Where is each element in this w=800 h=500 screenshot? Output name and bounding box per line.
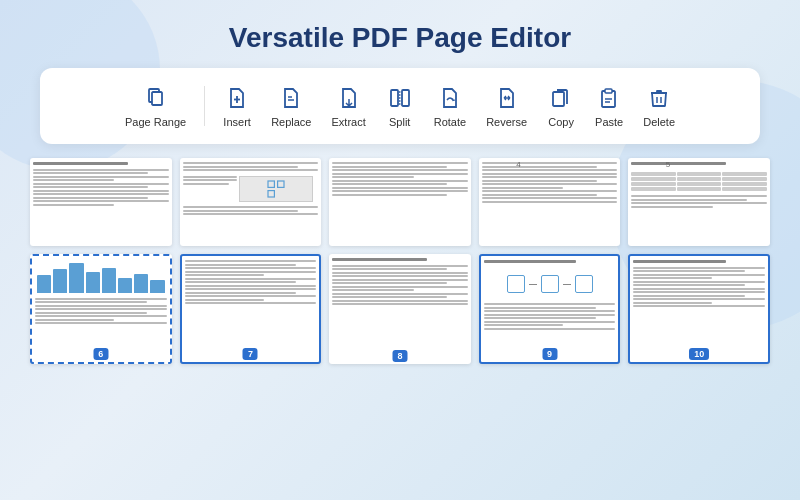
copy-icon	[547, 84, 575, 112]
line	[633, 295, 745, 297]
line	[332, 166, 447, 168]
line	[332, 265, 468, 267]
page-content-3	[329, 158, 471, 246]
line	[33, 172, 148, 174]
page-thumb-5[interactable]: 5	[628, 158, 770, 246]
line	[633, 305, 765, 307]
bar	[118, 278, 132, 293]
toolbar-replace-label: Replace	[271, 116, 311, 128]
page-thumb-1[interactable]	[30, 158, 172, 246]
replace-icon	[277, 84, 305, 112]
rotate-icon	[436, 84, 464, 112]
line	[332, 303, 468, 305]
line	[35, 301, 147, 303]
line	[183, 162, 319, 164]
toolbar-extract[interactable]: Extract	[321, 78, 375, 134]
toolbar-insert-label: Insert	[223, 116, 251, 128]
diagram-box	[575, 275, 593, 293]
delete-icon	[645, 84, 673, 112]
line	[185, 274, 264, 276]
svg-rect-11	[553, 92, 564, 106]
page-thumb-10[interactable]: 10	[628, 254, 770, 364]
chart-6	[35, 263, 167, 293]
page-num-badge-6: 6	[93, 348, 108, 360]
line	[33, 162, 128, 165]
bar	[86, 272, 100, 293]
line	[35, 308, 167, 310]
page-thumb-8[interactable]: 8	[329, 254, 471, 364]
toolbar-page-range-label: Page Range	[125, 116, 186, 128]
line	[185, 271, 317, 273]
paste-icon	[595, 84, 623, 112]
page-thumb-3[interactable]	[329, 158, 471, 246]
page-num-4: 4	[516, 160, 583, 244]
toolbar-page-range[interactable]: Page Range	[115, 78, 196, 134]
page-num-badge-10: 10	[689, 348, 709, 360]
line	[332, 289, 413, 291]
line	[183, 183, 229, 185]
line	[332, 162, 468, 164]
diagram-line	[529, 284, 537, 285]
diagram-box	[541, 275, 559, 293]
toolbar-reverse-label: Reverse	[486, 116, 527, 128]
toolbar-copy[interactable]: Copy	[537, 78, 585, 134]
diagram-box	[507, 275, 525, 293]
line	[185, 260, 317, 262]
line	[633, 277, 712, 279]
page-title: Versatile PDF Page Editor	[0, 0, 800, 68]
line	[633, 288, 765, 290]
line	[183, 213, 319, 215]
toolbar-rotate[interactable]: Rotate	[424, 78, 476, 134]
line	[185, 288, 317, 290]
line	[35, 312, 147, 314]
bar	[53, 269, 67, 293]
line	[33, 176, 169, 178]
line	[332, 183, 447, 185]
page-content-7	[182, 256, 320, 362]
line	[484, 307, 596, 309]
bar	[150, 280, 164, 294]
toolbar-insert[interactable]: Insert	[213, 78, 261, 134]
page-thumb-4[interactable]: 4	[479, 158, 621, 246]
line	[183, 179, 237, 181]
line	[332, 173, 468, 175]
line	[332, 272, 468, 274]
line	[35, 319, 114, 321]
line	[484, 317, 596, 319]
page-thumb-6[interactable]: 6	[30, 254, 172, 364]
line	[484, 321, 616, 323]
line	[332, 268, 447, 270]
line	[183, 176, 237, 178]
line	[183, 169, 319, 171]
line	[185, 281, 297, 283]
line	[185, 285, 317, 287]
line	[332, 176, 413, 178]
line	[332, 187, 468, 189]
line	[33, 204, 114, 206]
svg-rect-13	[605, 89, 612, 93]
line	[35, 305, 167, 307]
line	[332, 300, 468, 302]
toolbar-copy-label: Copy	[548, 116, 574, 128]
page-thumb-7[interactable]: 7	[180, 254, 322, 364]
page-content-1	[30, 158, 172, 246]
toolbar-paste[interactable]: Paste	[585, 78, 633, 134]
toolbar-replace[interactable]: Replace	[261, 78, 321, 134]
line	[484, 260, 576, 263]
line	[633, 260, 725, 263]
line	[633, 274, 765, 276]
toolbar-rotate-label: Rotate	[434, 116, 466, 128]
line	[185, 278, 317, 280]
page-range-icon	[142, 84, 170, 112]
page-thumb-2[interactable]	[180, 158, 322, 246]
page-num-badge-8: 8	[392, 350, 407, 362]
page-thumb-9[interactable]: 9	[479, 254, 621, 364]
line	[35, 315, 167, 317]
pages-grid-wrapper: 4	[30, 158, 770, 364]
toolbar-split[interactable]: Split	[376, 78, 424, 134]
line	[332, 293, 468, 295]
reverse-icon	[493, 84, 521, 112]
toolbar-reverse[interactable]: Reverse	[476, 78, 537, 134]
line	[33, 190, 169, 192]
toolbar-delete[interactable]: Delete	[633, 78, 685, 134]
